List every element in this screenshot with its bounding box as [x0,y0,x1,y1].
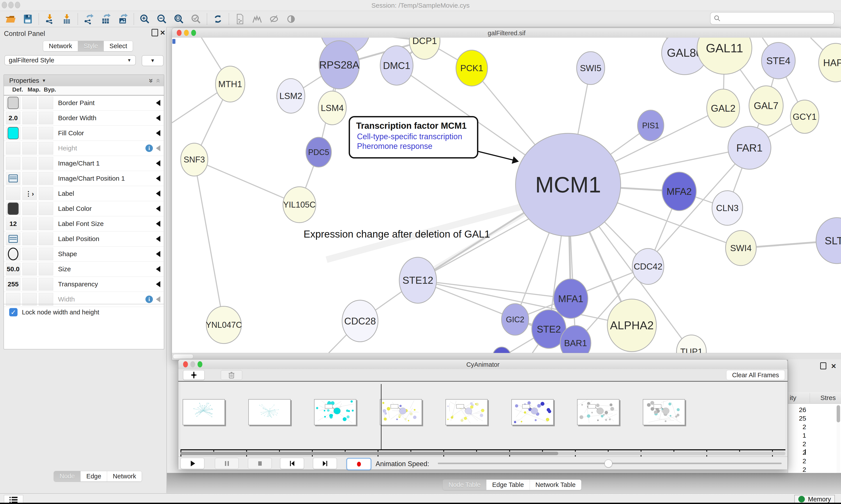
network-node-PDC5[interactable]: PDC5 [306,137,332,167]
expand-row-icon[interactable] [156,191,160,197]
default-value-cell[interactable] [6,142,20,155]
skip-start-button[interactable] [280,458,304,469]
expand-row-icon[interactable] [156,145,160,151]
expand-row-icon[interactable] [156,115,160,121]
network-node-DCP1[interactable]: DCP1 [409,38,440,59]
mapping-cell[interactable] [22,96,37,109]
network-node-CDC42[interactable]: CDC42 [632,249,664,284]
network-node-GCY1[interactable]: GCY1 [790,100,819,133]
tab-node-table[interactable]: Node Table [443,480,486,490]
default-value-cell[interactable] [6,248,20,260]
canvas-scroll-marker[interactable] [172,39,175,44]
mapping-cell[interactable] [22,112,37,124]
network-node-LSM2[interactable]: LSM2 [277,78,305,113]
style-selector[interactable]: galFiltered Style ▼ [4,55,136,65]
property-row-image-chart-1[interactable]: Image/Chart 1 [4,156,164,171]
annotation-link-1[interactable]: Cell-type-specific transcription [357,132,477,141]
show-all-button[interactable] [283,12,300,26]
bypass-cell[interactable] [39,112,53,124]
bypass-cell[interactable] [39,96,53,109]
property-row-size[interactable]: 50.0Size [4,262,164,277]
network-node-MTH1[interactable]: MTH1 [215,66,245,102]
add-frame-button[interactable] [183,370,204,380]
expand-row-icon[interactable] [156,266,160,272]
network-node-FAR1[interactable]: FAR1 [728,126,771,169]
network-node-PCK1[interactable]: PCK1 [456,50,487,86]
timeline-scrollbar-thumb[interactable] [180,452,558,455]
frame-thumbnail-sec-6[interactable] [577,399,619,425]
lock-size-checkbox[interactable]: ✓ [9,308,18,317]
network-node-STE4[interactable]: STE4 [762,42,795,79]
expand-row-icon[interactable] [156,175,160,181]
info-icon[interactable]: i [145,144,153,152]
property-row-label[interactable]: ⋮›Label [4,186,164,201]
frame-thumbnail-sec-3[interactable] [380,399,422,425]
tab-network-table[interactable]: Network Table [530,480,581,490]
mapping-cell[interactable] [22,127,37,140]
network-node-SLT2[interactable]: SLT2 [816,218,841,264]
expand-row-icon[interactable] [156,221,160,227]
default-value-cell[interactable]: 255 [6,278,20,290]
table-scrollbar[interactable] [837,404,840,476]
refresh-button[interactable] [209,12,227,26]
property-row-shape[interactable]: Shape [4,247,164,262]
export-image-button[interactable] [114,12,131,26]
property-row-fill-color[interactable]: Fill Color [4,126,164,141]
network-canvas[interactable]: RPS28BDCP1RPS28ADMC1PCK1MTH1LSM2LSM4SWI5… [172,38,841,353]
default-value-cell[interactable]: 50.0 [6,263,20,275]
open-session-button[interactable] [2,12,19,26]
delete-frame-button[interactable] [221,370,242,380]
table-panel-close-icon[interactable]: ✕ [831,362,836,370]
style-options-button[interactable]: ▼ [142,55,164,66]
mapping-cell[interactable] [22,157,37,170]
expand-row-icon[interactable] [156,205,160,212]
network-node-MCM1[interactable]: MCM1 [516,133,621,236]
network-node-GIC2[interactable]: GIC2 [502,304,529,335]
stop-button[interactable] [248,458,272,469]
frame-thumbnail-sec-2[interactable] [314,399,356,425]
bypass-cell[interactable] [39,187,53,200]
mapping-cell[interactable] [22,248,37,260]
info-icon[interactable]: i [145,295,153,303]
default-value-cell[interactable]: 2.0 [6,112,20,124]
property-row-border-width[interactable]: 2.0Border Width [4,111,164,126]
network-node-YIL105C[interactable]: YIL105C [283,187,316,223]
record-button[interactable] [346,458,372,470]
network-edge[interactable] [194,160,299,205]
bypass-cell[interactable] [39,142,53,155]
table-panel-float-icon[interactable] [820,362,826,370]
expand-row-icon[interactable] [156,130,160,136]
animation-timeline[interactable]: 0123456789Seconds [180,382,785,451]
expand-row-icon[interactable] [156,251,160,257]
property-row-label-position[interactable]: Label Position [4,231,164,247]
expand-row-icon[interactable] [156,100,160,106]
network-hscrollbar-thumb[interactable] [173,354,193,359]
network-node-SWI5[interactable]: SWI5 [577,52,605,85]
expand-row-icon[interactable] [156,281,160,287]
network-file-button[interactable] [231,12,248,26]
memory-button[interactable]: Memory [794,495,835,504]
expand-row-icon[interactable] [156,160,160,166]
panel-tab-node[interactable]: Node [54,471,80,482]
default-value-cell[interactable]: 12 [6,217,20,230]
network-node-GAL7[interactable]: GAL7 [749,86,783,125]
first-neighbors-button[interactable] [248,12,265,26]
cyanimator-titlebar[interactable]: CyAnimator [178,360,788,370]
panel-tab-edge[interactable]: Edge [80,471,107,482]
export-network-button[interactable] [80,12,97,26]
network-node-ALPHA2[interactable]: ALPHA2 [607,299,656,352]
tab-network[interactable]: Network [43,41,78,51]
network-edge[interactable] [194,160,224,325]
network-node-agax[interactable] [493,347,511,353]
property-row-border-paint[interactable]: Border Paint [4,95,164,111]
mapping-cell[interactable] [22,263,37,275]
bypass-cell[interactable] [39,248,53,260]
network-node-DMC1[interactable]: DMC1 [380,46,413,85]
search-field[interactable] [710,12,835,25]
network-node-SNF3[interactable]: SNF3 [181,143,208,176]
frame-thumbnail-sec-0[interactable] [183,399,225,425]
network-node-CLN3[interactable]: CLN3 [712,191,742,225]
tab-style[interactable]: Style [78,41,104,51]
bypass-cell[interactable] [39,157,53,170]
bypass-cell[interactable] [39,172,53,185]
